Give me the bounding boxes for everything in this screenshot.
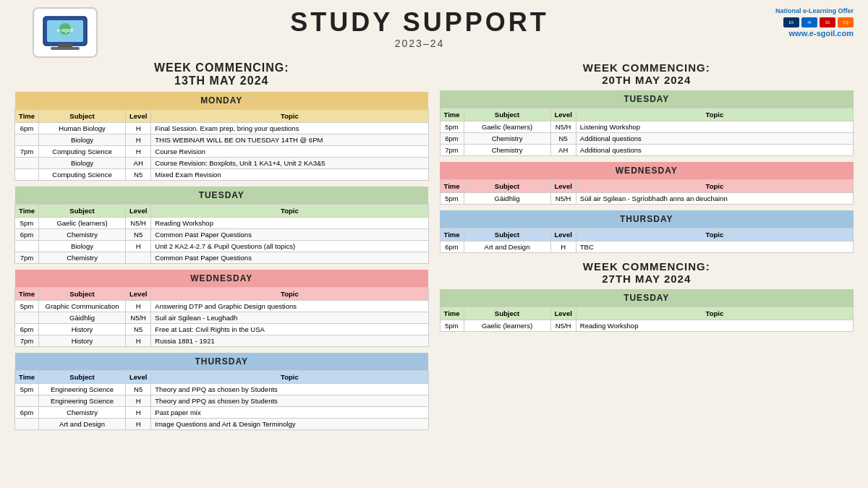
day-header-wednesday: WEDNESDAY <box>15 270 429 288</box>
cell-level: N5 <box>126 169 151 181</box>
cell-time: 6pm <box>440 133 464 145</box>
col-time: Time <box>440 180 464 193</box>
table-row: Biology H Unit 2 KA2.4-2.7 & Pupil Quest… <box>15 241 429 252</box>
col-level: Level <box>126 110 151 123</box>
cell-subject: Biology <box>39 241 126 252</box>
cell-subject: Gàidhlig <box>464 193 550 205</box>
col-subject: Subject <box>464 180 550 193</box>
table-row: 5pm Gaelic (learners) N5/H Listening Wor… <box>440 121 854 133</box>
cell-level: H <box>126 335 151 347</box>
table-row: 6pm Chemistry N5 Common Past Paper Quest… <box>15 229 429 241</box>
cell-time: 5pm <box>15 384 39 395</box>
table-row: 5pm Gàidhlig N5/H Sùil air Sgilean - Sgr… <box>440 193 854 205</box>
cell-level: N5 <box>550 133 576 145</box>
cell-time: 7pm <box>15 252 39 264</box>
page-header: STUDY SUPPORT 2023–24 <box>290 7 548 49</box>
table-row: 5pm Engineering Science N5 Theory and PP… <box>15 384 429 395</box>
cell-subject: Engineering Science <box>39 384 126 395</box>
content-body: WEEK COMMENCING: 13TH MAY 2024 MONDAY Ti… <box>14 61 854 436</box>
cell-topic: TBC <box>576 241 853 253</box>
cell-level: H <box>126 301 151 312</box>
table-row: 6pm History N5 Free at Last: Civil Right… <box>15 324 429 335</box>
day-table-wednesday: WEDNESDAY Time Subject Level Topic 5pm G… <box>14 270 429 347</box>
national-label: National e-Learning Offer <box>775 7 854 14</box>
day-header-tuesday: TUESDAY <box>440 289 854 307</box>
esgoil-logo: e-sgoil <box>33 7 98 58</box>
svg-text:e-sgoil: e-sgoil <box>57 27 74 33</box>
cell-topic: Reading Workshop <box>151 218 428 229</box>
cell-level: N5 <box>126 384 151 395</box>
cell-topic: Past paper mix <box>151 407 428 419</box>
cell-subject: Gaelic (learners) <box>464 320 550 332</box>
cell-time: 5pm <box>440 121 464 133</box>
cell-level: H <box>126 419 151 430</box>
day-header-tuesday: TUESDAY <box>440 90 854 108</box>
day-table-thursday: THURSDAY Time Subject Level Topic 6pm Ar… <box>440 210 854 253</box>
col-level: Level <box>126 288 151 301</box>
cell-subject: Gaelic (learners) <box>39 218 126 229</box>
table-row: 7pm History H Russia 1881 - 1921 <box>15 335 429 347</box>
cell-subject: Gàidhlig <box>39 312 126 324</box>
cell-level: H <box>550 241 576 253</box>
left-week-heading: WEEK COMMENCING: 13TH MAY 2024 <box>14 61 429 87</box>
cell-time: 6pm <box>15 229 39 241</box>
cell-level: N5/H <box>126 218 151 229</box>
col-time: Time <box>15 288 39 301</box>
col-topic: Topic <box>576 307 853 320</box>
cell-time: 5pm <box>440 320 464 332</box>
svg-rect-4 <box>58 43 72 47</box>
logo-area: e-sgoil <box>14 7 116 58</box>
col-topic: Topic <box>576 180 853 193</box>
right-tables-week1: TUESDAY Time Subject Level Topic 5pm Gae… <box>440 90 854 253</box>
col-level: Level <box>126 205 151 218</box>
table-row: Computing Science N5 Mixed Exam Revision <box>15 169 429 181</box>
col-time: Time <box>15 205 39 218</box>
cell-level: N5/H <box>126 312 151 324</box>
cell-topic: Theory and PPQ as chosen by Students <box>151 395 428 407</box>
col-level: Level <box>550 108 576 121</box>
cell-topic: Theory and PPQ as chosen by Students <box>151 384 428 395</box>
day-table-tuesday: TUESDAY Time Subject Level Topic 5pm Gae… <box>440 289 854 332</box>
cell-level: H <box>126 146 151 158</box>
col-time: Time <box>440 307 464 320</box>
cell-level: H <box>126 407 151 419</box>
cell-topic: Answering DTP and Graphic Design questio… <box>151 301 428 312</box>
table-row: 6pm Human Biology H Final Session. Exam … <box>15 123 429 134</box>
col-topic: Topic <box>151 288 428 301</box>
cell-topic: Common Past Paper Questions <box>151 252 428 264</box>
cell-level: AH <box>126 158 151 169</box>
left-column: WEEK COMMENCING: 13TH MAY 2024 MONDAY Ti… <box>14 61 429 436</box>
cell-time <box>15 312 39 324</box>
cell-topic: Listening Workshop <box>576 121 853 133</box>
website-url: www.e-sgoil.com <box>789 29 854 38</box>
cell-topic: Mixed Exam Revision <box>151 169 428 181</box>
cell-time <box>15 134 39 146</box>
cell-time <box>15 169 39 181</box>
cell-time: 7pm <box>15 335 39 347</box>
day-table-monday: MONDAY Time Subject Level Topic 6pm Huma… <box>14 92 429 181</box>
cell-subject: Computing Science <box>39 169 126 181</box>
right-logo-area: National e-Learning Offer ES HI SS SQ ww… <box>723 7 854 38</box>
cell-time <box>15 241 39 252</box>
main-title: STUDY SUPPORT <box>290 7 548 38</box>
cell-subject: Art and Design <box>39 419 126 430</box>
cell-time <box>15 158 39 169</box>
cell-subject: Biology <box>39 134 126 146</box>
year-label: 2023–24 <box>290 38 548 49</box>
table-row: 6pm Chemistry N5 Additional questions <box>440 133 854 145</box>
table-row: Art and Design H Image Questions and Art… <box>15 419 429 430</box>
cell-level: N5/H <box>550 320 576 332</box>
col-topic: Topic <box>151 371 428 384</box>
cell-time: 5pm <box>15 301 39 312</box>
col-subject: Subject <box>464 307 550 320</box>
cell-level: AH <box>550 145 576 156</box>
cell-time: 6pm <box>440 241 464 253</box>
cell-topic: Unit 2 KA2.4-2.7 & Pupil Questions (all … <box>151 241 428 252</box>
cell-topic: Russia 1881 - 1921 <box>151 335 428 347</box>
col-topic: Topic <box>151 110 428 123</box>
col-time: Time <box>440 108 464 121</box>
col-subject: Subject <box>39 205 126 218</box>
cell-topic: Image Questions and Art & Design Termino… <box>151 419 428 430</box>
table-row: 5pm Gaelic (learners) N5/H Reading Works… <box>440 320 854 332</box>
cell-level: N5 <box>126 229 151 241</box>
